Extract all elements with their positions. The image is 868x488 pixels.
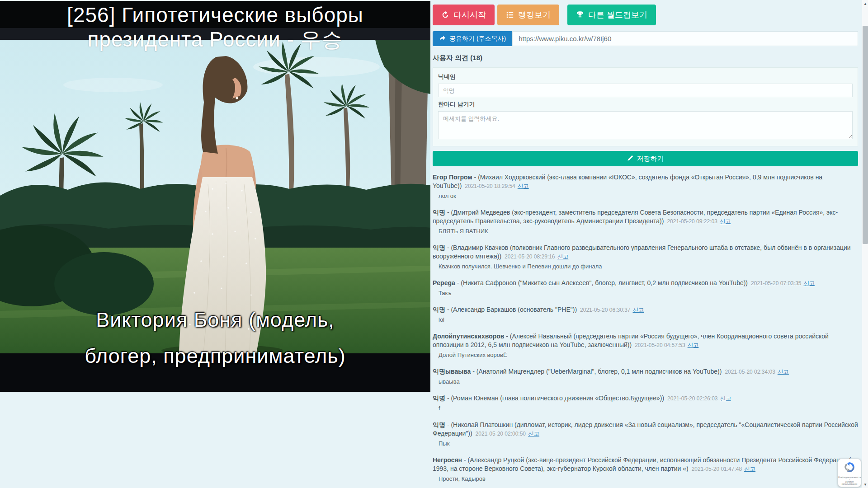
comment-list: Егор Погром - (Михаил Ходорковский (экс-…: [433, 173, 858, 488]
comment-reply: lol: [433, 316, 858, 324]
comment-form: 닉네임 한마디 남기기: [433, 67, 858, 146]
comment-report-link[interactable]: 신고: [518, 183, 529, 189]
nickname-input[interactable]: [438, 84, 853, 97]
comment-item: 익명 - (Николай Платошкин (дипломат, истор…: [433, 421, 858, 447]
comment-date: 2021-05-20 04:57:53: [635, 342, 685, 348]
message-textarea[interactable]: [438, 111, 853, 139]
restart-label: 다시시작: [453, 9, 486, 20]
comment-reply: f: [433, 404, 858, 412]
comment-body: - (Александр Руцкой (экс-вице-президент …: [433, 456, 854, 472]
comment-date: 2021-05-20 08:29:16: [505, 253, 555, 260]
scroll-down-icon[interactable]: ▼: [862, 481, 868, 488]
save-comment-label: 저장하기: [637, 155, 664, 163]
comment-meta: Негросян - (Александр Руцкой (экс-вице-п…: [433, 456, 858, 474]
comment-date: 2021-05-20 09:22:03: [667, 218, 717, 225]
recaptcha-privacy-text: Конфиденциальность - Условия использован…: [838, 476, 861, 485]
comment-reply: БЛЯТЬ Я ВАТНИК: [433, 227, 858, 235]
comment-item: 익명 - (Владимир Квачков (полковник Главно…: [433, 244, 858, 270]
comment-date: 2021-05-20 18:29:54: [465, 183, 515, 189]
vertical-scrollbar[interactable]: ▲ ▼: [862, 0, 868, 488]
comment-item: 익명 - (Дмитрий Медведев (экс-президент, з…: [433, 208, 858, 235]
comment-date: 2021-05-20 01:47:48: [692, 466, 742, 472]
comment-author: 익명: [433, 306, 445, 313]
comment-author: Долойпутинскихворов: [433, 333, 504, 340]
comment-meta: 익명 - (Николай Платошкин (дипломат, истор…: [433, 421, 858, 438]
comment-author: 익명: [433, 394, 445, 402]
comment-report-link[interactable]: 신고: [720, 218, 731, 225]
recaptcha-badge[interactable]: Конфиденциальность - Условия использован…: [838, 459, 861, 487]
winner-caption: Виктория Боня (модель, блогер, предприни…: [0, 302, 430, 374]
comment-meta: Pepega - (Никита Сафронов ("Микитко сын …: [433, 279, 858, 288]
comment-report-link[interactable]: 신고: [557, 253, 569, 260]
share-row: 공유하기 (주소복사): [433, 31, 858, 46]
comment-author: 익명ываыва: [433, 368, 471, 375]
comments-heading: 사용자 의견 (18): [433, 54, 858, 62]
right-panel: 다시시작 랭킹보기 다른 월드컵보기 공유하기 (주소복사) 사용자 의견 (1…: [430, 0, 862, 488]
comment-item: Долойпутинскихворов - (Алексей Навальный…: [433, 332, 858, 359]
comment-date: 2021-05-20 06:30:37: [580, 307, 630, 313]
comment-body: - (Владимир Квачков (полковник Главного …: [433, 244, 851, 260]
recaptcha-icon: [844, 461, 855, 475]
other-worldcup-button[interactable]: 다른 월드컵보기: [567, 5, 656, 25]
comment-meta: 익명 - (Роман Юнеман (глава политического …: [433, 394, 858, 403]
comment-item: Pepega - (Никита Сафронов ("Микитко сын …: [433, 279, 858, 297]
comment-body: - (Никита Сафронов ("Микитко сын Алексее…: [457, 279, 748, 286]
comment-reply: ываыва: [433, 378, 858, 385]
share-button[interactable]: 공유하기 (주소복사): [433, 31, 512, 46]
other-worldcup-label: 다른 월드컵보기: [588, 9, 647, 20]
comment-reply: Долой Путинских воровЁ: [433, 351, 858, 359]
comment-report-link[interactable]: 신고: [803, 280, 815, 286]
save-comment-button[interactable]: 저장하기: [433, 151, 858, 166]
comment-author: 익명: [433, 209, 445, 216]
comment-date: 2021-05-20 02:26:03: [667, 395, 717, 402]
comment-report-link[interactable]: 신고: [778, 369, 789, 375]
comment-meta: Егор Погром - (Михаил Ходорковский (экс-…: [433, 173, 858, 191]
restart-button[interactable]: 다시시작: [433, 5, 495, 25]
comment-meta: 익명 - (Дмитрий Медведев (экс-президент, з…: [433, 208, 858, 226]
comment-reply: Пык: [433, 440, 858, 447]
comment-author: Егор Погром: [433, 174, 472, 181]
scroll-up-icon[interactable]: ▲: [862, 0, 868, 7]
comment-report-link[interactable]: 신고: [720, 395, 731, 402]
comment-author: 익명: [433, 244, 445, 251]
comment-reply: Квачков получился. Шевченко и Пелевин до…: [433, 263, 858, 270]
comment-body: - (Александр Баркашов (основатель "РНЕ")…: [447, 306, 577, 313]
share-url-input[interactable]: [512, 31, 858, 46]
comment-report-link[interactable]: 신고: [528, 431, 539, 437]
ranking-list-icon: [506, 11, 514, 19]
share-icon: [439, 35, 446, 43]
comment-report-link[interactable]: 신고: [744, 466, 755, 472]
share-button-label: 공유하기 (주소복사): [449, 35, 506, 43]
toolbar: 다시시작 랭킹보기 다른 월드컵보기: [433, 5, 858, 25]
scrollbar-thumb[interactable]: [863, 26, 868, 244]
winner-title-line1: [256] Гипотетические выборы: [0, 3, 430, 27]
winner-title-line2: президента России - 우승: [0, 27, 430, 52]
comment-item: 익명 - (Роман Юнеман (глава политического …: [433, 394, 858, 412]
comment-reply: Такъ: [433, 289, 858, 297]
comment-reply: Прости, Кадыров: [433, 475, 858, 483]
comment-author: Pepega: [433, 279, 455, 286]
refresh-icon: [441, 11, 449, 19]
recaptcha-terms-line2: Условия использования: [838, 481, 861, 485]
ranking-label: 랭킹보기: [518, 9, 551, 20]
comment-report-link[interactable]: 신고: [688, 342, 699, 348]
pencil-icon: [627, 155, 633, 163]
comment-item: 익명ываыва - (Анатолий Мицгендлер ("UeberM…: [433, 367, 858, 385]
comment-body: - (Роман Юнеман (глава политического дви…: [447, 394, 664, 402]
trophy-icon: [576, 11, 584, 19]
comment-item: Негросян - (Александр Руцкой (экс-вице-п…: [433, 456, 858, 483]
comment-meta: Долойпутинскихворов - (Алексей Навальный…: [433, 332, 858, 350]
ranking-button[interactable]: 랭킹보기: [497, 5, 559, 25]
comment-report-link[interactable]: 신고: [633, 307, 644, 313]
nickname-label: 닉네임: [438, 73, 853, 81]
comment-author: Негросян: [433, 456, 462, 464]
comment-body: - (Анатолий Мицгендлер ("UeberMarginal",…: [472, 368, 722, 375]
comment-date: 2021-05-20 02:34:03: [725, 369, 775, 375]
comment-date: 2021-05-20 02:00:50: [476, 431, 526, 437]
comment-author: 익명: [433, 421, 445, 428]
winner-title: [256] Гипотетические выборы президента Р…: [0, 3, 430, 52]
comment-meta: 익명ываыва - (Анатолий Мицгендлер ("UeberM…: [433, 367, 858, 376]
winner-image-panel: [256] Гипотетические выборы президента Р…: [0, 0, 430, 488]
message-label: 한마디 남기기: [438, 100, 853, 108]
comment-item: Егор Погром - (Михаил Ходорковский (экс-…: [433, 173, 858, 200]
